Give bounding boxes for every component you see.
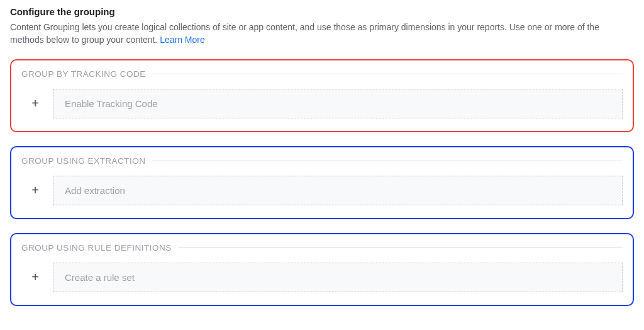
group-extraction: GROUP USING EXTRACTION + Add extraction [10, 146, 634, 219]
add-tracking-code-button[interactable]: + [26, 94, 44, 112]
divider-line [178, 248, 623, 248]
plus-icon: + [31, 183, 39, 198]
group-row: + Create a rule set [21, 263, 623, 292]
description: Content Grouping lets you create logical… [10, 21, 634, 47]
add-extraction-box[interactable]: Add extraction [53, 176, 623, 205]
plus-icon: + [31, 270, 39, 285]
plus-icon: + [31, 96, 39, 111]
group-header-label: GROUP USING RULE DEFINITIONS [21, 243, 178, 253]
group-row: + Add extraction [21, 176, 623, 205]
enable-tracking-code-button[interactable]: Enable Tracking Code [53, 89, 623, 118]
divider-line [152, 74, 623, 74]
page-title: Configure the grouping [10, 6, 634, 17]
group-header: GROUP USING EXTRACTION [21, 156, 623, 166]
group-header-label: GROUP USING EXTRACTION [21, 156, 152, 166]
group-header: GROUP USING RULE DEFINITIONS [21, 243, 623, 253]
group-header: GROUP BY TRACKING CODE [21, 69, 623, 79]
create-rule-set-box[interactable]: Create a rule set [53, 263, 623, 292]
group-row: + Enable Tracking Code [21, 89, 623, 118]
description-text: Content Grouping lets you create logical… [10, 22, 599, 45]
add-rule-set-button[interactable]: + [26, 268, 44, 286]
divider-line [152, 161, 623, 161]
group-tracking-code: GROUP BY TRACKING CODE + Enable Tracking… [10, 59, 634, 132]
add-extraction-button[interactable]: + [26, 181, 44, 199]
group-header-label: GROUP BY TRACKING CODE [21, 69, 152, 79]
learn-more-link[interactable]: Learn More [160, 35, 205, 45]
group-rule-definitions: GROUP USING RULE DEFINITIONS + Create a … [10, 233, 634, 306]
